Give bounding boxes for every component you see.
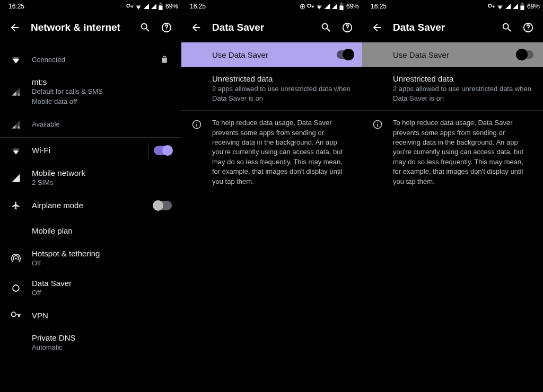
signal-off-icon bbox=[11, 87, 21, 96]
data-saver-row[interactable]: Data Saver Off bbox=[0, 273, 181, 303]
vpn-row[interactable]: VPN bbox=[0, 302, 181, 328]
use-data-saver-toggle[interactable] bbox=[337, 50, 353, 59]
status-icons: 69% bbox=[126, 3, 178, 10]
airplane-toggle[interactable] bbox=[154, 201, 172, 210]
svg-rect-2 bbox=[160, 3, 162, 3]
airplane-icon bbox=[11, 201, 21, 210]
status-time: 16:25 bbox=[371, 3, 387, 10]
vpn-key-icon bbox=[488, 3, 495, 10]
use-data-saver-switch-row[interactable]: Use Data Saver bbox=[362, 42, 543, 67]
svg-rect-1 bbox=[159, 6, 162, 10]
status-bar: 16:25 69% bbox=[181, 0, 362, 13]
mts-row[interactable]: mt:s Default for calls & SMS Mobile data… bbox=[0, 72, 181, 112]
mts-title: mt:s bbox=[32, 77, 172, 86]
screen-data-saver-on: 16:25 69% Data Saver Use Data Saver Unre… bbox=[181, 0, 362, 392]
use-data-saver-switch-row[interactable]: Use Data Saver bbox=[181, 42, 362, 67]
signal-icon bbox=[151, 3, 157, 10]
mobile-network-row[interactable]: Mobile network 2 SIMs bbox=[0, 163, 181, 193]
unrestricted-data-row[interactable]: Unrestricted data 2 apps allowed to use … bbox=[181, 67, 362, 110]
vpn-key-icon bbox=[307, 3, 314, 10]
signal-icon bbox=[512, 3, 519, 10]
info-icon bbox=[191, 119, 202, 130]
use-data-saver-label: Use Data Saver bbox=[212, 50, 337, 59]
svg-rect-10 bbox=[341, 3, 343, 3]
airplane-row[interactable]: Airplane mode bbox=[0, 193, 181, 218]
status-icons: 69% bbox=[488, 3, 540, 10]
use-data-saver-label: Use Data Saver bbox=[393, 50, 518, 59]
hotspot-title: Hotspot & tethering bbox=[32, 249, 172, 258]
status-time: 16:25 bbox=[190, 3, 206, 10]
wifi-icon bbox=[135, 3, 142, 10]
battery-icon bbox=[520, 3, 525, 10]
wifi-connected-label: Connected bbox=[32, 56, 157, 64]
hotspot-icon bbox=[11, 253, 21, 264]
sim2-label: Available bbox=[32, 120, 172, 128]
help-icon bbox=[161, 22, 172, 33]
hotspot-row[interactable]: Hotspot & tethering Off bbox=[0, 244, 181, 273]
back-button[interactable] bbox=[186, 17, 207, 38]
battery-icon bbox=[339, 3, 344, 10]
arrow-back-icon bbox=[9, 22, 21, 33]
signal-icon bbox=[11, 173, 21, 183]
back-button[interactable] bbox=[366, 17, 388, 38]
unrestricted-data-row[interactable]: Unrestricted data 2 apps allowed to use … bbox=[362, 67, 543, 110]
signal-icon bbox=[331, 3, 338, 10]
help-icon bbox=[522, 22, 534, 33]
svg-point-12 bbox=[347, 30, 347, 30]
wifi-icon bbox=[11, 145, 21, 156]
help-button[interactable] bbox=[337, 17, 358, 38]
arrow-back-icon bbox=[190, 22, 202, 33]
data-saver-info: To help reduce data usage, Data Saver pr… bbox=[362, 111, 543, 194]
private-dns-row[interactable]: Private DNS Automatic bbox=[0, 328, 181, 358]
mobile-plan-row[interactable]: Mobile plan bbox=[0, 218, 181, 244]
battery-percent: 69% bbox=[165, 3, 178, 10]
wifi-title: Wi-Fi bbox=[32, 146, 146, 155]
data-saver-info-text: To help reduce data usage, Data Saver pr… bbox=[393, 118, 533, 186]
vpn-key-icon bbox=[11, 310, 21, 320]
search-button[interactable] bbox=[496, 17, 518, 38]
help-button[interactable] bbox=[518, 17, 539, 38]
mobile-network-title: Mobile network bbox=[32, 168, 172, 177]
wifi-icon bbox=[316, 3, 323, 10]
sim2-row[interactable]: Available bbox=[0, 112, 181, 137]
wifi-row[interactable]: Wi-Fi bbox=[0, 138, 181, 163]
screen-data-saver-off: 16:25 69% Data Saver Use Data Saver Unre… bbox=[362, 0, 543, 392]
wifi-icon bbox=[496, 3, 504, 10]
data-saver-status-icon bbox=[299, 3, 306, 10]
signal-icon bbox=[143, 3, 150, 10]
signal-off-icon bbox=[11, 120, 21, 129]
svg-rect-9 bbox=[339, 6, 343, 10]
use-data-saver-toggle[interactable] bbox=[518, 50, 533, 59]
mts-sub1: Default for calls & SMS bbox=[32, 87, 172, 96]
search-button[interactable] bbox=[135, 17, 156, 38]
info-icon bbox=[372, 119, 383, 130]
search-button[interactable] bbox=[316, 17, 337, 38]
mts-sub2: Mobile data off bbox=[32, 97, 172, 106]
search-icon bbox=[501, 22, 513, 33]
arrow-back-icon bbox=[371, 22, 383, 33]
svg-point-4 bbox=[166, 30, 167, 30]
back-button[interactable] bbox=[4, 17, 25, 38]
unrestricted-sub: 2 apps allowed to use unrestricted data … bbox=[393, 84, 533, 103]
page-title: Data Saver bbox=[207, 22, 316, 33]
screen-network-internet: 16:25 69% Network & internet Connected bbox=[0, 0, 181, 392]
status-time: 16:25 bbox=[8, 3, 24, 10]
settings-list: Connected mt:s Default for calls & SMS M… bbox=[0, 42, 181, 358]
help-button[interactable] bbox=[156, 17, 177, 38]
hotspot-sub: Off bbox=[32, 259, 172, 268]
signal-icon bbox=[324, 3, 330, 10]
wifi-icon bbox=[11, 54, 21, 65]
battery-percent: 69% bbox=[527, 3, 540, 10]
status-bar: 16:25 69% bbox=[0, 0, 181, 13]
svg-point-6 bbox=[13, 285, 19, 291]
data-saver-icon bbox=[11, 283, 21, 293]
svg-point-15 bbox=[196, 122, 197, 123]
data-saver-sub: Off bbox=[32, 289, 172, 298]
page-title: Network & internet bbox=[25, 22, 135, 33]
wifi-connected-row[interactable]: Connected bbox=[0, 47, 181, 72]
search-icon bbox=[139, 22, 151, 33]
wifi-toggle[interactable] bbox=[154, 146, 172, 155]
page-title: Data Saver bbox=[388, 22, 496, 33]
toolbar: Data Saver bbox=[362, 13, 543, 42]
private-dns-title: Private DNS bbox=[32, 333, 172, 342]
